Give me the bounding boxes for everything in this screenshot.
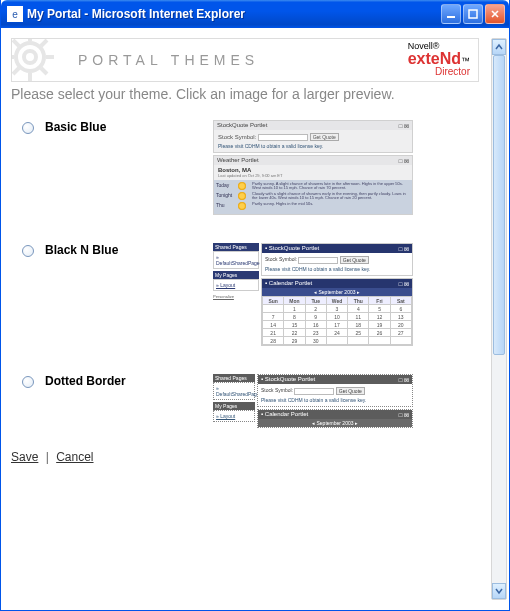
svg-line-12 <box>41 40 47 46</box>
vertical-scrollbar[interactable] <box>491 38 507 600</box>
portlet-controls-icon: □ ⊠ <box>399 376 409 383</box>
stock-input <box>298 257 338 264</box>
page-banner: PORTAL THEMES Novell® exteNd™ Director <box>11 38 479 82</box>
scroll-down-button[interactable] <box>492 583 506 599</box>
theme-option-black-n-blue: Black N Blue Shared Pages » DefaultShare… <box>11 243 483 348</box>
separator: | <box>46 450 49 464</box>
maximize-icon <box>468 9 478 19</box>
scroll-track[interactable] <box>492 55 506 583</box>
theme-label: Basic Blue <box>45 120 213 134</box>
scroll-up-button[interactable] <box>492 39 506 55</box>
minimize-icon <box>446 9 456 19</box>
maximize-button[interactable] <box>463 4 483 24</box>
chevron-up-icon <box>495 43 503 51</box>
intro-text: Please select your theme. Click an image… <box>11 86 483 102</box>
action-bar: Save | Cancel <box>11 450 483 464</box>
svg-rect-0 <box>447 16 455 18</box>
app-window: e My Portal - Microsoft Internet Explore… <box>0 0 510 611</box>
theme-radio-black-n-blue[interactable] <box>22 245 34 257</box>
chevron-down-icon <box>495 587 503 595</box>
sun-icon <box>238 202 246 210</box>
brand-extend: exteNd <box>408 50 461 67</box>
portlet-controls-icon: □ ⊠ <box>399 122 409 129</box>
theme-preview-black-n-blue[interactable]: Shared Pages » DefaultSharedPage My Page… <box>213 243 413 348</box>
titlebar: e My Portal - Microsoft Internet Explore… <box>1 0 509 28</box>
minimize-button[interactable] <box>441 4 461 24</box>
theme-radio-dotted-border[interactable] <box>22 376 34 388</box>
theme-preview-basic-blue[interactable]: StockQuote Portlet□ ⊠ Stock Symbol: Get … <box>213 120 413 215</box>
sun-icon <box>238 182 246 190</box>
stock-input <box>294 388 334 395</box>
brand-director: Director <box>408 67 470 77</box>
window-title: My Portal - Microsoft Internet Explorer <box>27 7 441 21</box>
svg-point-4 <box>16 43 44 71</box>
portlet-controls-icon: □ ⊠ <box>399 280 409 287</box>
get-quote-button: Get Quote <box>310 133 339 141</box>
cancel-link[interactable]: Cancel <box>56 450 93 464</box>
theme-option-basic-blue: Basic Blue StockQuote Portlet□ ⊠ Stock S… <box>11 120 483 217</box>
ie-icon: e <box>7 6 23 22</box>
portlet-controls-icon: □ ⊠ <box>399 411 409 418</box>
svg-line-10 <box>13 40 19 46</box>
scroll-thumb[interactable] <box>493 55 505 355</box>
svg-point-5 <box>24 51 36 63</box>
save-link[interactable]: Save <box>11 450 38 464</box>
window-controls <box>441 4 505 24</box>
calendar-next-icon: ▸ <box>353 420 357 426</box>
brand-logo: Novell® exteNd™ Director <box>408 42 470 77</box>
svg-rect-1 <box>469 10 477 18</box>
get-quote-button: Get Quote <box>336 387 365 395</box>
gear-icon <box>11 38 58 82</box>
close-icon <box>490 9 500 19</box>
banner-title: PORTAL THEMES <box>78 52 259 68</box>
theme-label: Black N Blue <box>45 243 213 257</box>
theme-preview-dotted-border[interactable]: Shared Pages » DefaultSharedPage My Page… <box>213 374 413 430</box>
svg-line-11 <box>41 68 47 74</box>
sun-icon <box>238 192 246 200</box>
theme-radio-basic-blue[interactable] <box>22 122 34 134</box>
stock-input <box>258 134 308 141</box>
calendar-grid: SunMonTueWedThuFriSat 123456 78910111213… <box>262 296 412 345</box>
close-button[interactable] <box>485 4 505 24</box>
calendar-next-icon: ▸ <box>355 289 359 295</box>
theme-option-dotted-border: Dotted Border Shared Pages » DefaultShar… <box>11 374 483 430</box>
svg-line-13 <box>13 68 19 74</box>
theme-label: Dotted Border <box>45 374 213 388</box>
portlet-controls-icon: □ ⊠ <box>399 157 409 164</box>
get-quote-button: Get Quote <box>340 256 369 264</box>
client-area: PORTAL THEMES Novell® exteNd™ Director P… <box>1 28 509 610</box>
portlet-controls-icon: □ ⊠ <box>399 245 409 252</box>
